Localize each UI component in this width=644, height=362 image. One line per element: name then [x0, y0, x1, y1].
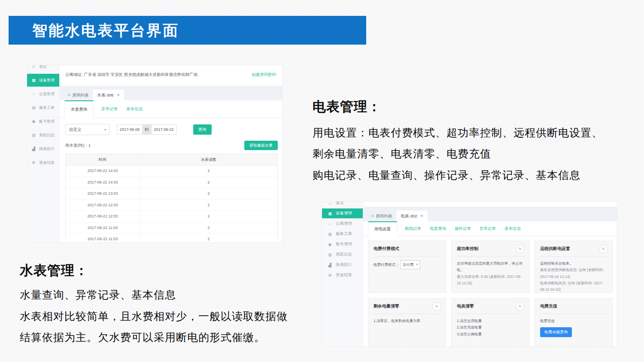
sidebar-item-work-order[interactable]: ▤服务工单 — [322, 229, 363, 239]
edit-pencil-icon[interactable]: ✎ — [516, 244, 525, 253]
sidebar-item-label: 设备管理 — [336, 211, 352, 216]
select-value: 自定义 — [69, 127, 82, 133]
devices-icon: ▦ — [328, 211, 332, 216]
tab-water-meter-306[interactable]: 水表-306 × — [93, 90, 124, 100]
electric-app-tabstrip: ≡ 房间列表 电表-302 × — [363, 207, 617, 221]
water-app-main: 公寓地址: 广东省 深圳市 宝安区 西乡固戍航城大道新和库酒店旁百财广场 创建房… — [59, 65, 282, 242]
electric-subtab-5[interactable]: 基本信息 — [504, 221, 521, 236]
edit-pencil-icon[interactable]: ✎ — [432, 302, 441, 311]
log-icon: ▥ — [328, 253, 332, 257]
electric-note-line-1: 用电设置：电表付费模式、超功率控制、远程供断电设置、 — [313, 126, 603, 140]
apartment-icon: ⌂ — [31, 92, 36, 96]
payment-mode-field: 电费付费模式： 后付费 ▾ — [374, 260, 440, 269]
electric-settings-cards: 电费付费模式 电费付费模式： 后付费 ▾ 超功率控制 ✎ 总功率超过设定的最大用… — [368, 241, 613, 347]
get-latest-water-button[interactable]: 获取最新水量 — [244, 141, 278, 150]
sidebar-item-label: 设备管理 — [39, 78, 55, 83]
table-row: 2017-08-22 12:032 — [66, 200, 277, 211]
tab-room-list[interactable]: ≡ 房间列表 — [367, 211, 396, 221]
account-icon: ◉ — [328, 242, 332, 247]
card-title: 剩余电量清零 — [374, 303, 440, 309]
edit-pencil-icon[interactable]: ✎ — [516, 302, 525, 311]
apartment-address: 公寓地址: 广东省 深圳市 宝安区 西乡固戍航城大道新和库酒店旁百财广场 — [65, 72, 197, 78]
water-subtab-0[interactable]: 水量查询 — [64, 100, 94, 118]
water-note-line-1: 水量查询、异常记录、基本信息 — [20, 288, 176, 302]
sidebar-item-home[interactable]: ⌂首页 — [322, 202, 363, 208]
electric-meter-app-screenshot: ⌂首页▦设备管理⌂公寓管理▤服务工单◉账号管理▥系统日志▟报表统计⚙资金结算 ≡… — [322, 202, 617, 347]
cell-reading: 2 — [140, 211, 277, 222]
sidebar-item-devices[interactable]: ▦设备管理 — [322, 208, 363, 218]
sidebar-item-label: 账号管理 — [39, 119, 55, 124]
electric-note-line-2: 剩余电量清零、电表清零、电费充值 — [313, 147, 491, 161]
date-range-select[interactable]: 自定义 ▾ — [65, 124, 110, 135]
query-button[interactable]: 查询 — [193, 124, 212, 135]
payment-mode-select[interactable]: 后付费 ▾ — [400, 260, 421, 269]
balance-query-button[interactable]: 电费余额查询 — [540, 327, 572, 337]
water-app-sidebar: ⌂首页▦设备管理⌂公寓管理▤服务工单◉账号管理▥系统日志▟报表统计⚙资金结算 — [27, 65, 60, 242]
tab-electric-meter-302[interactable]: 电表-302 × — [396, 211, 427, 221]
water-note-line-2: 水表相对比较简单，且水费相对少，一般以读取数据做 — [20, 309, 288, 323]
close-tab-icon[interactable]: × — [117, 90, 119, 100]
electric-note-heading: 电表管理： — [313, 98, 381, 116]
sidebar-item-account[interactable]: ◉账号管理 — [27, 115, 59, 128]
card-clear-remaining: 剩余电量清零 ✎ 1.清零后，电表剩余电量为零 — [368, 298, 446, 347]
sidebar-item-account[interactable]: ◉账号管理 — [322, 239, 363, 249]
sidebar-item-work-order[interactable]: ▤服务工单 — [27, 101, 59, 114]
tab-room-list[interactable]: ≡ 房间列表 — [64, 90, 93, 100]
table-row: 2017-08-22 11:032 — [66, 223, 277, 234]
water-subtab-2[interactable]: 基本信息 — [126, 100, 143, 118]
sidebar-item-settlement[interactable]: ⚙资金结算 — [322, 270, 363, 280]
sidebar-item-apartment[interactable]: ⌂公寓管理 — [322, 219, 363, 229]
apartment-icon: ⌂ — [328, 222, 332, 226]
sidebar-item-devices[interactable]: ▦设备管理 — [27, 74, 59, 87]
remote-switch-meta-1: 服务器期望供断电状态: 合闸 (更新时间: 2017-08-16 12:14) — [540, 267, 607, 280]
close-tab-icon[interactable]: × — [420, 211, 423, 221]
sidebar-item-label: 服务工单 — [39, 105, 55, 111]
create-room-password-link[interactable]: 创建房间密码 — [252, 72, 276, 78]
settlement-icon: ⚙ — [31, 160, 36, 165]
select-value: 后付费 — [403, 262, 414, 268]
water-app-header: 公寓地址: 广东省 深圳市 宝安区 西乡固戍航城大道新和库酒店旁百财广场 创建房… — [59, 65, 282, 86]
cell-time: 2017-08-22 11:03 — [66, 223, 140, 234]
date-to-input[interactable]: 2017-08-22 — [152, 124, 177, 135]
cell-reading: 2 — [140, 223, 277, 234]
date-from-input[interactable]: 2017-08-08 — [117, 124, 142, 135]
sidebar-item-home[interactable]: ⌂首页 — [27, 65, 59, 73]
water-subtab-1[interactable]: 异常记录 — [101, 100, 118, 118]
card-recharge: 电费充值 电费充值 电费余额查询 — [535, 298, 613, 347]
table-row: 2017-08-22 14:032 — [66, 177, 277, 189]
electric-note-line-3: 购电记录、电量查询、操作记录、异常记录、基本信息 — [313, 168, 580, 182]
electric-subtab-0[interactable]: 用电设置 — [368, 221, 397, 236]
clear-meter-line-2: 2.清空充值电量 — [457, 324, 524, 331]
water-app-subtabs: 水量查询异常记录基本信息 — [59, 100, 282, 118]
clear-remaining-line-1: 1.清零后，电表剩余电量为零 — [374, 318, 440, 324]
report-icon: ▟ — [31, 147, 36, 151]
electric-app-subtabs: 用电设置购电记录电量查询操作记录异常记录基本信息 — [363, 221, 617, 236]
edit-pencil-icon[interactable]: ✎ — [599, 244, 608, 253]
cell-reading: 2 — [140, 234, 277, 242]
log-icon: ▥ — [31, 133, 36, 137]
chevron-down-icon: ▾ — [416, 262, 418, 268]
electric-subtab-2[interactable]: 电量查询 — [430, 221, 446, 236]
table-row: 2017-08-22 11:032 — [66, 234, 277, 242]
work-order-icon: ▤ — [328, 232, 332, 236]
tab-label: 房间列表 — [376, 211, 392, 221]
remote-switch-meta-2: 电表供断电状态: 合闸 (更新时间: 2017-08-22 04:15) — [540, 280, 607, 293]
sidebar-item-settlement[interactable]: ⚙资金结算 — [27, 156, 59, 169]
home-icon: ⌂ — [31, 65, 36, 69]
electric-subtab-3[interactable]: 操作记录 — [455, 221, 471, 236]
power-limit-desc: 总功率超过设定的最大用电功率，停止供电。 — [457, 260, 524, 274]
sidebar-item-report[interactable]: ▟报表统计 — [27, 142, 59, 155]
electric-subtab-4[interactable]: 异常记录 — [480, 221, 496, 236]
sidebar-item-log[interactable]: ▥系统日志 — [27, 129, 59, 142]
electric-subtab-1[interactable]: 购电记录 — [405, 221, 421, 236]
sidebar-item-label: 报表统计 — [336, 262, 352, 268]
sidebar-item-report[interactable]: ▟报表统计 — [322, 260, 363, 270]
electric-app-sidebar: ⌂首页▦设备管理⌂公寓管理▤服务工单◉账号管理▥系统日志▟报表统计⚙资金结算 — [322, 202, 363, 347]
sidebar-item-apartment[interactable]: ⌂公寓管理 — [27, 87, 59, 100]
table-row: 2017-08-22 12:032 — [66, 211, 277, 223]
clear-meter-line-3: 3.清空公摊电量 — [457, 331, 524, 338]
sidebar-item-label: 系统日志 — [336, 252, 352, 257]
card-title: 远程供断电设置 — [540, 246, 607, 252]
sidebar-item-log[interactable]: ▥系统日志 — [322, 250, 363, 259]
card-title: 电费付费模式 — [374, 246, 440, 252]
